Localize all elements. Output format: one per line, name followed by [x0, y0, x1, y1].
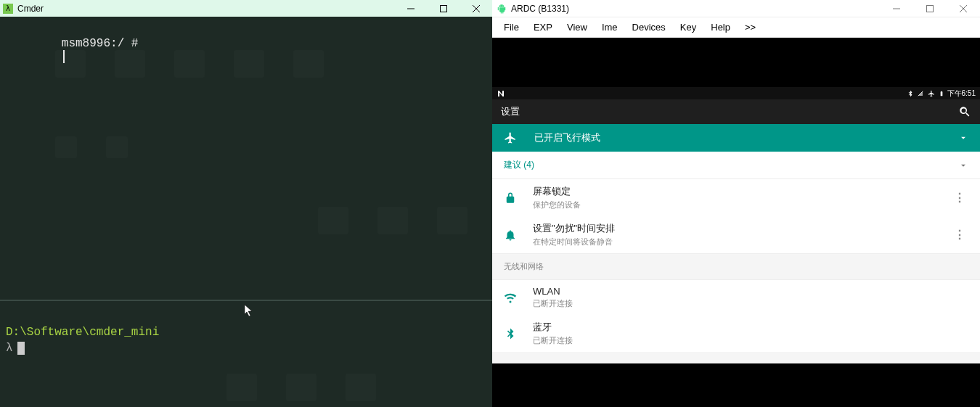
ardc-viewport: 下午6:51 设置 已开启飞行模式: [492, 38, 980, 407]
no-sim-icon: [917, 90, 924, 97]
suggestion-subtitle: 在特定时间将设备静音: [533, 237, 951, 247]
svg-point-1: [500, 5, 501, 6]
appbar-title: 设置: [501, 105, 520, 118]
suggestion-title: 设置"勿扰"时间安排: [533, 222, 951, 235]
airplane-banner[interactable]: 已开启飞行模式: [492, 124, 980, 152]
cmder-title: Cmder: [17, 4, 44, 14]
airplane-mode-icon: [927, 90, 936, 97]
cmder-pane-bottom[interactable]: D:\Software\cmder_mini λ: [0, 323, 492, 358]
menu-ime[interactable]: Ime: [595, 19, 625, 36]
close-button[interactable]: [460, 0, 492, 17]
search-icon[interactable]: [958, 105, 971, 118]
setting-item-bluetooth[interactable]: 蓝牙 已断开连接: [492, 315, 980, 352]
more-icon[interactable]: ⋮: [951, 228, 968, 242]
section-wireless-header: 无线和网络: [492, 254, 980, 280]
cmder-body[interactable]: msm8996:/ # D:\Software\cmder_mini λ: [0, 17, 492, 407]
cursor-pointer-icon: [244, 304, 254, 317]
suggestion-title: 屏幕锁定: [533, 185, 951, 198]
maximize-button[interactable]: [427, 0, 460, 17]
android-screen[interactable]: 下午6:51 设置 已开启飞行模式: [492, 87, 980, 363]
pane-divider[interactable]: [0, 300, 492, 301]
bluetooth-title: 蓝牙: [533, 321, 968, 334]
menu-key[interactable]: Key: [673, 19, 703, 36]
android-icon: [497, 4, 507, 14]
bluetooth-icon: [907, 90, 914, 97]
cmder-bottom-prompt: λ: [6, 342, 13, 355]
bell-icon: [504, 229, 533, 242]
close-button[interactable]: [947, 0, 980, 17]
wlan-title: WLAN: [533, 286, 968, 297]
cmder-top-prompt: msm8996:/ #: [62, 37, 139, 50]
cmder-cwd: D:\Software\cmder_mini: [6, 326, 486, 339]
ardc-title: ARDC (B1331): [511, 4, 569, 14]
menu-more[interactable]: >>: [738, 19, 763, 36]
bluetooth-subtitle: 已断开连接: [533, 335, 968, 346]
minimize-button[interactable]: [394, 0, 427, 17]
suggestion-dnd-schedule[interactable]: 设置"勿扰"时间安排 在特定时间将设备静音 ⋮: [492, 216, 980, 254]
lock-icon: [504, 192, 533, 205]
maximize-button[interactable]: [913, 0, 947, 17]
chevron-down-icon[interactable]: [958, 160, 968, 170]
ardc-titlebar[interactable]: ARDC (B1331): [492, 0, 980, 17]
cmder-window: λ Cmder msm8996:/ #: [0, 0, 492, 407]
android-n-icon: [497, 89, 505, 98]
cmder-titlebar[interactable]: λ Cmder: [0, 0, 492, 17]
block-cursor-icon: [17, 342, 25, 355]
menu-devices[interactable]: Devices: [625, 19, 673, 36]
ardc-menubar: File EXP View Ime Devices Key Help >>: [492, 17, 980, 38]
status-icons: [907, 90, 944, 97]
svg-point-2: [502, 5, 503, 6]
menu-view[interactable]: View: [560, 19, 595, 36]
svg-rect-0: [440, 5, 446, 12]
more-icon[interactable]: ⋮: [951, 191, 968, 205]
battery-icon: [939, 90, 944, 97]
ardc-window: ARDC (B1331) File EXP View Ime Devices K…: [492, 0, 980, 407]
minimize-button[interactable]: [880, 0, 913, 17]
settings-appbar: 设置: [492, 99, 980, 124]
android-statusbar[interactable]: 下午6:51: [492, 87, 980, 99]
menu-help[interactable]: Help: [703, 19, 738, 36]
status-clock: 下午6:51: [947, 89, 976, 99]
cmder-logo-icon: λ: [3, 4, 13, 14]
svg-rect-3: [927, 5, 934, 12]
cmder-pane-top[interactable]: msm8996:/ #: [0, 17, 492, 300]
chevron-down-icon[interactable]: [958, 133, 968, 143]
suggestion-screen-lock[interactable]: 屏幕锁定 保护您的设备 ⋮: [492, 179, 980, 216]
setting-item-wlan[interactable]: WLAN 已断开连接: [492, 280, 980, 315]
menu-exp[interactable]: EXP: [526, 19, 560, 36]
wifi-icon: [504, 291, 533, 304]
wlan-subtitle: 已断开连接: [533, 298, 968, 309]
suggestions-header[interactable]: 建议 (4): [492, 152, 980, 179]
airplane-icon: [504, 131, 517, 144]
suggestions-label: 建议 (4): [504, 159, 534, 171]
airplane-banner-text: 已开启飞行模式: [534, 131, 600, 144]
bluetooth-icon: [504, 327, 533, 340]
menu-file[interactable]: File: [497, 19, 526, 36]
cursor-icon: [63, 50, 65, 63]
suggestion-subtitle: 保护您的设备: [533, 200, 951, 210]
